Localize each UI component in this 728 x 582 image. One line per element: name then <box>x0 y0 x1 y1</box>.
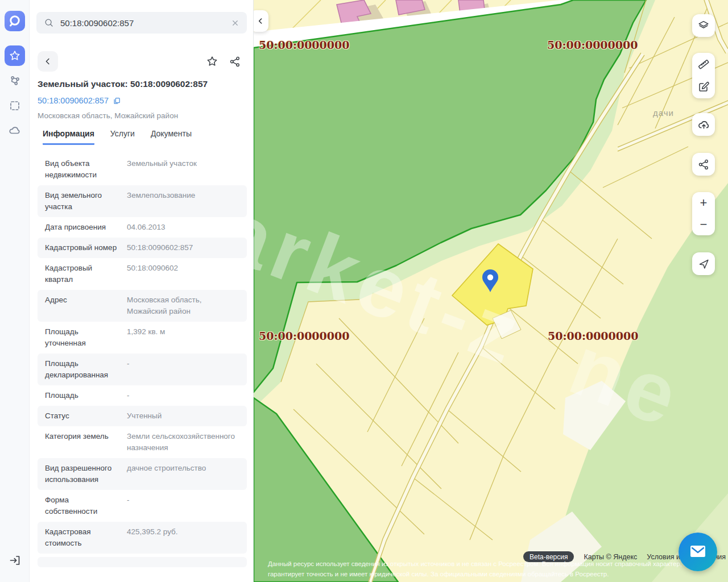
table-row-partial <box>38 557 247 567</box>
map-area: arket-z ne 50:00:0000000 50:00:0000000 5… <box>254 0 728 582</box>
star-outline-icon <box>206 55 218 68</box>
search-input[interactable] <box>60 18 231 28</box>
copy-icon <box>113 97 121 105</box>
table-row: Вид разрешенного использованиядачное стр… <box>38 458 247 490</box>
back-button[interactable] <box>38 51 58 72</box>
chat-button[interactable] <box>679 533 717 571</box>
cadastral-map-app: Земельный участок: 50:18:0090602:857 50:… <box>0 0 728 582</box>
layers-control <box>692 14 715 37</box>
upload-button[interactable] <box>692 113 715 136</box>
row-label: Адрес <box>45 294 119 317</box>
cloud-upload-icon <box>697 118 710 131</box>
sidebar-item-select-area[interactable] <box>5 95 25 116</box>
table-row: Вид земельного участкаЗемлепользование <box>38 185 247 217</box>
location-subtitle: Московская область, Можайский район <box>38 111 178 120</box>
app-logo[interactable] <box>5 11 25 31</box>
row-value: 04.06.2013 <box>119 222 239 233</box>
share-control <box>692 153 715 176</box>
row-label: Форма собственности <box>45 494 119 517</box>
edit-button[interactable] <box>692 76 715 98</box>
row-label: Кадастровый квартал <box>45 263 119 285</box>
quarter-label: 50:00:0000000 <box>259 330 349 342</box>
zoom-out-button[interactable]: − <box>692 214 715 235</box>
envelope-icon <box>689 544 707 559</box>
icon-rail <box>0 0 30 582</box>
share-button[interactable] <box>225 51 245 72</box>
row-value: дачное строительство <box>119 463 239 485</box>
row-label: Площадь уточненная <box>45 326 119 349</box>
tab-documents[interactable]: Документы <box>151 129 192 145</box>
chevron-left-icon <box>43 56 53 66</box>
row-value: Земли сельскохозяйственного назначения <box>119 431 239 454</box>
table-row: Площадь уточненная1,392 кв. м <box>38 322 247 354</box>
app-logo-icon <box>7 14 22 28</box>
table-row: Дата присвоения04.06.2013 <box>38 217 247 238</box>
edit-icon <box>697 81 710 93</box>
tab-services[interactable]: Услуги <box>110 129 135 145</box>
row-value: - <box>119 390 239 401</box>
cadastral-number-link[interactable]: 50:18:0090602:857 <box>38 96 109 105</box>
row-value: Учтенный <box>119 410 239 422</box>
navigation-arrow-icon <box>698 258 710 270</box>
locate-me-button[interactable] <box>692 252 715 275</box>
row-value: - <box>119 494 239 517</box>
row-label: Вид земельного участка <box>45 190 119 213</box>
cadastral-link-row: 50:18:0090602:857 <box>38 96 121 105</box>
map-share-button[interactable] <box>692 153 715 176</box>
row-value: Земельный участок <box>119 158 239 181</box>
sidebar-item-favorites[interactable] <box>5 45 25 66</box>
map-canvas[interactable] <box>254 0 728 582</box>
row-label: Дата присвоения <box>45 222 119 233</box>
table-row: Площадь- <box>38 385 247 406</box>
share-icon <box>698 159 710 171</box>
table-row: Категория земельЗемли сельскохозяйственн… <box>38 426 247 458</box>
table-row: АдресМосковская область, Можайский район <box>38 290 247 322</box>
row-label: Статус <box>45 410 119 422</box>
locate-control <box>692 252 715 275</box>
row-label: Вид объекта недвижимости <box>45 158 119 181</box>
panel-toolbar <box>38 51 245 72</box>
measure-button[interactable] <box>692 53 715 76</box>
page-title: Земельный участок: 50:18:0090602:857 <box>38 79 247 89</box>
close-icon <box>231 19 239 27</box>
logout-icon <box>8 554 22 567</box>
chevron-left-icon <box>256 16 265 26</box>
draw-tools <box>692 53 715 98</box>
row-label: Площадь <box>45 390 119 401</box>
table-row: Форма собственности- <box>38 490 247 522</box>
row-value: Землепользование <box>119 190 239 213</box>
info-table: Вид объекта недвижимостиЗемельный участо… <box>38 153 247 567</box>
row-value: 50:18:0090602:857 <box>119 242 239 253</box>
table-row: Кадастровый номер50:18:0090602:857 <box>38 238 247 258</box>
upload-control <box>692 113 715 136</box>
search-bar[interactable] <box>36 12 247 34</box>
zoom-in-button[interactable]: + <box>692 192 715 214</box>
sidebar-item-cloud[interactable] <box>5 120 25 141</box>
row-label: Кадастровый номер <box>45 242 119 253</box>
tab-information[interactable]: Информация <box>43 129 94 145</box>
clear-search-button[interactable] <box>231 19 239 27</box>
sidebar-item-polygons[interactable] <box>5 70 25 91</box>
search-icon <box>44 18 54 28</box>
quarter-label: 50:00:0000000 <box>547 39 638 51</box>
tab-bar: Информация Услуги Документы <box>43 129 192 145</box>
layers-button[interactable] <box>692 14 715 37</box>
layers-icon <box>697 19 710 32</box>
copy-button[interactable] <box>113 97 121 105</box>
row-value: - <box>119 358 239 381</box>
logout-button[interactable] <box>5 550 25 571</box>
row-label: Вид разрешенного использования <box>45 463 119 485</box>
selection-frame-icon <box>8 99 22 113</box>
polygon-nodes-icon <box>8 74 22 88</box>
zoom-control: + − <box>692 192 715 235</box>
quarter-label: 50:00:0000000 <box>259 39 349 51</box>
row-label: Кадастровая стоимость <box>45 526 119 549</box>
favorite-button[interactable] <box>202 51 222 72</box>
collapse-panel-button[interactable] <box>254 10 268 32</box>
share-icon <box>229 56 241 68</box>
row-value: Московская область, Можайский район <box>119 294 239 317</box>
disclaimer-line: Данный ресурс использует сведения из отк… <box>268 559 717 569</box>
row-value: 1,392 кв. м <box>119 326 239 349</box>
place-label: дачи <box>653 108 674 118</box>
table-row: Кадастровый квартал50:18:0090602 <box>38 258 247 290</box>
